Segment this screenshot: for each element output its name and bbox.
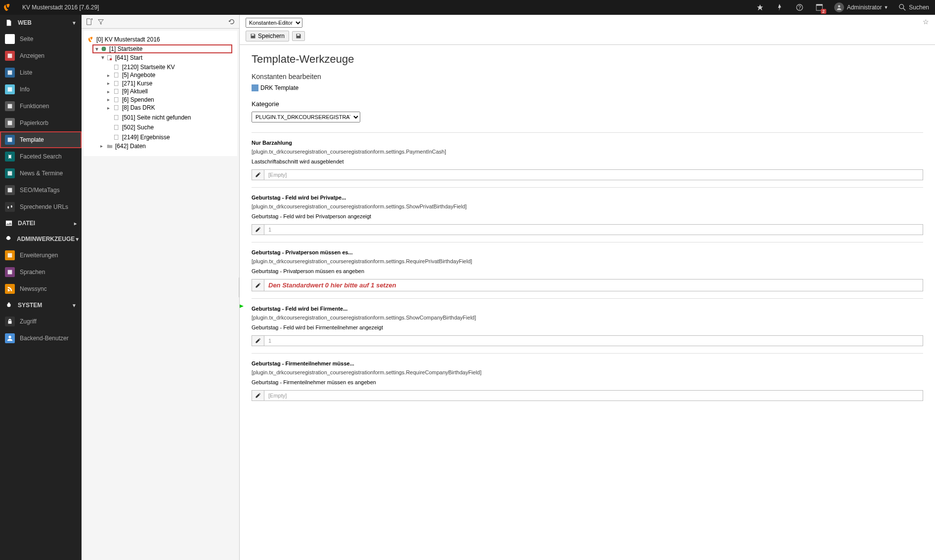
site-title: KV Musterstadt 2016 [7.6.29] [15, 4, 99, 11]
application-info-icon[interactable]: 2 [809, 0, 829, 15]
help-icon[interactable]: ? [790, 0, 809, 15]
svg-point-4 [838, 5, 840, 8]
svg-point-5 [899, 4, 904, 9]
svg-rect-3 [816, 4, 822, 6]
cache-icon[interactable] [770, 0, 790, 15]
svg-text:?: ? [798, 4, 801, 10]
avatar-icon [834, 2, 844, 12]
badge-count: 2 [821, 9, 826, 14]
svg-line-6 [903, 8, 905, 10]
top-bar: KV Musterstadt 2016 [7.6.29] ? 2 Adminis… [0, 0, 935, 15]
search-label: Suchen [909, 4, 929, 11]
typo3-logo[interactable] [0, 0, 15, 15]
search-icon [899, 4, 906, 11]
bookmark-icon[interactable] [750, 0, 770, 15]
search-toolbar[interactable]: Suchen [893, 4, 935, 11]
user-label: Administrator [847, 4, 882, 11]
user-menu[interactable]: Administrator ▼ [829, 2, 893, 12]
